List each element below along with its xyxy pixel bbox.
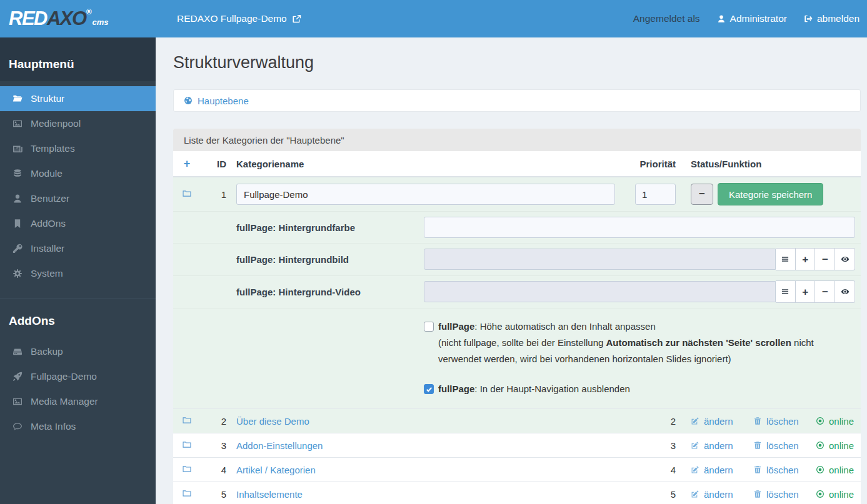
- main-menu-heading: Hauptmenü: [9, 57, 74, 71]
- edit-link[interactable]: ändern: [691, 440, 753, 451]
- key-icon: [13, 244, 23, 254]
- logout-button[interactable]: abmelden: [804, 13, 859, 24]
- folder-icon[interactable]: [173, 189, 201, 200]
- media-list-button[interactable]: [776, 248, 796, 270]
- user-icon: [717, 14, 726, 23]
- status-online-link[interactable]: online: [816, 440, 854, 451]
- sidebar-item-module[interactable]: Module: [0, 161, 156, 186]
- topbar-user-area: Angemeldet als Administrator abmelden: [633, 13, 867, 24]
- category-link[interactable]: Über diese Demo: [236, 416, 309, 427]
- table-row: 4 Artikel / Kategorien 4 ändern löschen …: [173, 457, 861, 482]
- priority-input[interactable]: [635, 184, 676, 205]
- media-list-button[interactable]: [776, 280, 796, 303]
- breadcrumb-root-link[interactable]: Hauptebene: [184, 96, 249, 106]
- sidebar-item-fullpage-demo[interactable]: Fullpage-Demo: [0, 364, 156, 389]
- redaxo-logo: REDAXO®cms: [9, 7, 109, 29]
- edit-row-id: 1: [201, 189, 226, 200]
- sidebar-item-medienpool[interactable]: Medienpool: [0, 111, 156, 136]
- status-online-link[interactable]: online: [816, 465, 854, 475]
- user-name: Administrator: [730, 13, 787, 24]
- media-view-button[interactable]: [835, 280, 855, 303]
- media-widget: + −: [424, 281, 855, 303]
- sidebar-item-benutzer[interactable]: Benutzer: [0, 186, 156, 211]
- user-menu[interactable]: Administrator: [717, 13, 787, 24]
- delete-link[interactable]: löschen: [753, 465, 816, 475]
- sidebar-item-label: Module: [31, 168, 63, 179]
- folder-icon[interactable]: [173, 440, 201, 452]
- category-link[interactable]: Inhaltselemente: [236, 489, 303, 500]
- media-add-button[interactable]: +: [796, 248, 816, 270]
- site-frontend-link[interactable]: REDAXO Fullpage-Demo: [177, 13, 301, 24]
- media-view-button[interactable]: [835, 248, 855, 270]
- auto-height-checkbox[interactable]: [424, 322, 434, 332]
- row-id: 4: [201, 465, 226, 475]
- media-remove-button[interactable]: −: [815, 280, 835, 303]
- row-id: 2: [201, 416, 226, 427]
- folder-icon[interactable]: [173, 488, 201, 500]
- sidebar-item-label: Medienpool: [31, 118, 81, 129]
- status-online-link[interactable]: online: [816, 489, 854, 500]
- minus-icon: −: [822, 254, 828, 265]
- sidebar-item-templates[interactable]: Templates: [0, 136, 156, 161]
- trash-icon: [753, 465, 762, 474]
- breadcrumb-root-label: Hauptebene: [198, 96, 249, 106]
- sidebar-item-addons[interactable]: AddOns: [0, 211, 156, 236]
- bars-icon: [781, 287, 789, 296]
- save-category-button[interactable]: Kategorie speichern: [718, 183, 823, 205]
- sidebar-item-media-manager[interactable]: Media Manager: [0, 389, 156, 414]
- addons-heading-block: AddOns: [0, 299, 156, 339]
- media-add-button[interactable]: +: [796, 280, 816, 303]
- category-panel: Liste der Kategorien der "Hauptebene" + …: [173, 129, 861, 504]
- edit-link[interactable]: ändern: [691, 416, 753, 427]
- media-remove-button[interactable]: −: [815, 248, 835, 270]
- hide-nav-checkbox[interactable]: [424, 384, 434, 394]
- checkbox-label: fullPage: Höhe automatisch an den Inhalt…: [438, 319, 853, 335]
- hintergrund-video-input[interactable]: [424, 281, 776, 302]
- delete-link[interactable]: löschen: [753, 489, 816, 500]
- column-header-status: Status/Funktion: [676, 159, 861, 169]
- row-priority: 4: [625, 465, 676, 475]
- table-row: 5 Inhaltselemente 5 ändern löschen onlin…: [173, 482, 861, 504]
- collapse-metadata-button[interactable]: −: [691, 184, 713, 205]
- row-id: 5: [201, 489, 226, 500]
- category-link[interactable]: Addon-Einstellungen: [236, 440, 323, 451]
- breadcrumb: Hauptebene: [173, 89, 861, 112]
- logo[interactable]: REDAXO®cms: [0, 7, 156, 30]
- category-link[interactable]: Artikel / Kategorien: [236, 465, 316, 475]
- addons-heading: AddOns: [9, 314, 55, 327]
- status-online-link[interactable]: online: [816, 416, 854, 427]
- site-link-label: REDAXO Fullpage-Demo: [177, 13, 287, 24]
- logout-label: abmelden: [817, 13, 859, 24]
- delete-link[interactable]: löschen: [753, 416, 816, 427]
- edit-link[interactable]: ändern: [691, 489, 753, 500]
- edit-link[interactable]: ändern: [691, 465, 753, 475]
- sidebar-item-installer[interactable]: Installer: [0, 236, 156, 261]
- sidebar-item-label: System: [31, 268, 63, 279]
- hintergrundbild-input[interactable]: [424, 249, 776, 270]
- eye-icon: [841, 255, 849, 264]
- folder-icon[interactable]: [173, 464, 201, 476]
- delete-link[interactable]: löschen: [753, 440, 816, 451]
- sidebar-item-backup[interactable]: Backup: [0, 339, 156, 364]
- edit-icon: [691, 417, 699, 425]
- table-row: 3 Addon-Einstellungen 3 ändern löschen o…: [173, 433, 861, 457]
- edit-icon: [691, 441, 699, 450]
- sidebar-item-struktur[interactable]: Struktur: [0, 86, 156, 111]
- column-header-id: ID: [201, 159, 226, 169]
- image-icon: [13, 397, 23, 407]
- add-category-button[interactable]: +: [184, 157, 191, 170]
- minus-icon: −: [822, 287, 828, 297]
- dot-circle-icon: [816, 465, 824, 474]
- checkbox-description: (nicht fullpage, sollte bei der Einstell…: [438, 335, 853, 367]
- hintergrundfarbe-input[interactable]: [424, 217, 855, 238]
- plus-icon: +: [802, 254, 808, 265]
- trash-icon: [753, 417, 762, 425]
- folder-icon[interactable]: [173, 415, 201, 427]
- sidebar-item-system[interactable]: System: [0, 261, 156, 286]
- sidebar-item-meta-infos[interactable]: Meta Infos: [0, 414, 156, 439]
- user-icon: [13, 194, 23, 204]
- category-name-input[interactable]: [236, 184, 615, 205]
- gears-icon: [13, 269, 23, 279]
- sidebar-header: Hauptmenü: [0, 37, 156, 81]
- page-title: Strukturverwaltung: [173, 50, 861, 75]
